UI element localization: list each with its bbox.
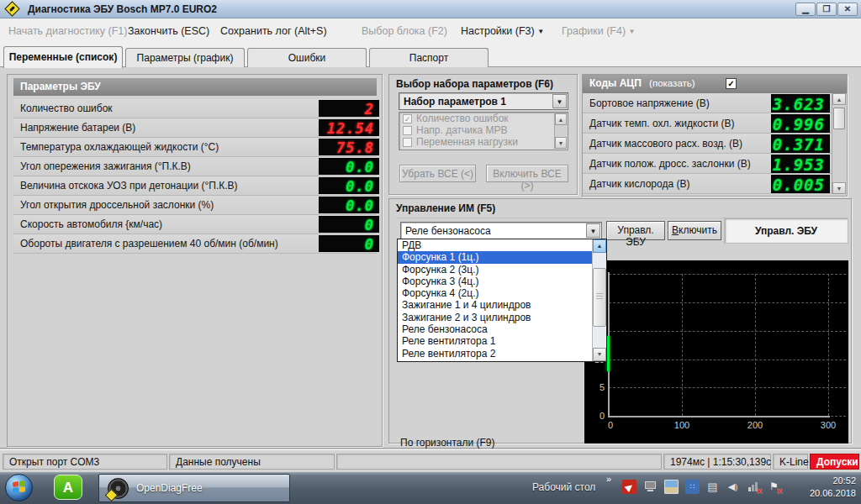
gridline [755,274,756,416]
clock-date: 20.06.2018 [810,487,856,500]
status-empty [336,454,662,470]
turn-on-button[interactable]: Включить [668,221,721,240]
im-dropdown-list: РДВ Форсунка 1 (1ц.) Форсунка 2 (3ц.) Фо… [397,239,607,362]
scroll-down-icon[interactable]: ▼ [593,348,606,361]
dropdown-scrollbar[interactable]: ▲ ▼ [592,239,606,361]
param-value-display: 0 [319,235,379,252]
scroll-up-icon[interactable]: ▲ [593,239,606,253]
adc-value-display: 0.996 [771,114,830,133]
tray-action-center-icon[interactable]: ⚑✕ [767,480,781,494]
param-checkbox-item: Переменная нагрузки [399,136,568,148]
adc-show-checkbox[interactable]: ✓ [726,78,737,89]
app-shortcut-a-icon[interactable]: A [54,475,82,500]
scrollbar[interactable]: ▲ ▼ [554,113,567,149]
tray-volume-icon[interactable]: ◀) [726,480,740,494]
dropdown-item[interactable]: Форсунка 1 (1ц.) [398,251,606,263]
restore-button[interactable]: ❐ [816,3,837,16]
tab-parameters-graph[interactable]: Параметры (график) [125,48,245,68]
add-all-button: Включить ВСЕ (>) [486,165,568,182]
im-status-display: Управл. ЭБУ [724,218,848,244]
adc-header: Коды АЦП (показать) ✓ [583,75,847,93]
adc-row: Датчик темп. охл. жидкости (В) 0.996 [583,113,832,134]
start-button[interactable] [5,474,33,501]
dropdown-item[interactable]: Форсунка 4 (2ц.) [398,287,606,299]
x-tick-label: 200 [742,420,768,430]
chevron-down-icon: ▼ [629,28,636,35]
param-value-display: 0 [319,216,379,233]
dropdown-item[interactable]: Реле вентилятора 1 [398,335,606,347]
chevron-down-icon[interactable]: ▼ [552,94,567,108]
status-port: Открыт порт COM3 [3,454,167,470]
status-protocol: K-Line [773,454,808,470]
tray-language-icon[interactable]: ∷ [685,480,700,494]
window-title: Диагностика ЭБУ Bosch MP7.0 EURO2 [28,3,217,15]
adc-scrollbar[interactable]: ▲ ▼ [832,93,846,194]
status-badge[interactable]: Допуски [810,454,859,470]
param-value-display: 0.0 [319,197,379,213]
gridline [682,274,683,416]
scrollbar-thumb[interactable] [593,268,606,327]
param-row: Скорость автомобиля {км/час) 0 [13,215,377,234]
adc-row: Датчик кислорода (В) 0.005 [583,174,832,194]
param-value-display: 0.0 [319,177,379,194]
menu-finish[interactable]: Закончить (ESC) [128,25,209,37]
tray-chevron[interactable]: » [606,474,611,484]
adc-row: Датчик массового расх. возд. (В) 0.371 [583,134,832,154]
param-checkbox-item: ✓ Количество ошибок [399,113,568,124]
param-row: Напряжение батареи (В) 12.54 [13,118,377,138]
adc-row: Датчик полож. дросс. заслонки (В) 1.953 [583,154,832,174]
taskbar-app-button[interactable]: OpenDiagFree [98,474,290,502]
gridline [609,387,846,388]
close-button[interactable]: ✕ [837,3,858,16]
desktop-toolbar-label: Рабочий стол [532,481,595,493]
main-content: Параметры ЭБУ Количество ошибок 2 Напряж… [0,67,861,449]
param-checkbox-item: Напр. датчика МРВ [399,124,568,136]
chevron-down-icon[interactable]: ▼ [586,223,600,238]
scroll-up-icon[interactable]: ▲ [832,93,846,105]
im-combobox[interactable]: Реле бензонасоса ▼ [400,222,602,239]
scrollbar-thumb[interactable] [833,108,845,129]
tab-errors[interactable]: Ошибки [247,48,367,68]
checkbox-icon: ✓ [403,114,412,123]
param-row: Обороты двигателя с разрешением 40 об/ми… [13,234,377,254]
dropdown-item[interactable]: Зажигание 1 и 4 цилиндров [398,299,606,311]
app-icon [4,1,19,16]
dropdown-item[interactable]: Форсунка 3 (4ц.) [398,276,606,287]
tab-variables-list[interactable]: Переменные (список) [3,46,123,68]
param-set-combobox[interactable]: Набор параметров 1 ▼ [399,92,568,110]
param-row: Температура охлаждающей жидкости (°C) 75… [13,138,377,157]
scroll-up-icon[interactable]: ▲ [555,113,567,125]
taskbar-clock[interactable]: 20:52 20.06.2018 [810,475,856,500]
minimize-button[interactable]: ▁ [795,3,816,16]
scroll-down-icon[interactable]: ▼ [555,137,567,149]
chart-trace [607,336,610,372]
tray-remote-icon[interactable]: ▶ [622,480,637,494]
adc-value-display: 0.005 [771,175,830,193]
tray-network-icon[interactable]: ✕ [747,480,761,494]
clock-time: 20:52 [810,475,856,487]
gridline [609,302,846,303]
remove-all-button: Убрать ВСЕ (<) [399,165,476,182]
dropdown-item[interactable]: Реле бензонасоса [398,323,606,335]
dropdown-item[interactable]: Зажигание 2 и 3 цилиндров [398,312,606,323]
tab-passport[interactable]: Паспорт [369,48,489,68]
dropdown-item[interactable]: РДВ [398,239,606,251]
chart-area: 25 20 15 10 5 0 0 100 200 300 [584,260,848,444]
param-row: Количество ошибок 2 [13,99,377,118]
tray-clipboard-icon[interactable]: ▤ [705,480,720,494]
ecu-control-button[interactable]: Управл. ЭБУ [606,221,665,240]
tray-user-photo-icon[interactable] [664,480,679,494]
chevron-down-icon: ▼ [537,28,544,35]
tray-display-icon[interactable] [643,480,658,494]
dropdown-item[interactable]: Форсунка 2 (3ц.) [398,264,606,276]
horizontal-axis-label: По горизонтали (F9) [400,437,495,449]
menu-settings[interactable]: Настройки (F3) ▼ [461,25,544,37]
menu-save-log[interactable]: Сохранить лог (Alt+S) [220,25,327,37]
title-bar: Диагностика ЭБУ Bosch MP7.0 EURO2 ▁ ❐ ✕ [0,0,861,18]
param-checkbox-list: ✓ Количество ошибок Напр. датчика МРВ Пе… [399,112,568,150]
status-time: 1974мс | 1:15:30,139с [663,454,771,470]
gridline [609,274,846,275]
dropdown-item[interactable]: Реле вентилятора 2 [398,348,606,360]
scroll-down-icon[interactable]: ▼ [832,182,846,194]
windows-flag-icon [13,480,26,495]
